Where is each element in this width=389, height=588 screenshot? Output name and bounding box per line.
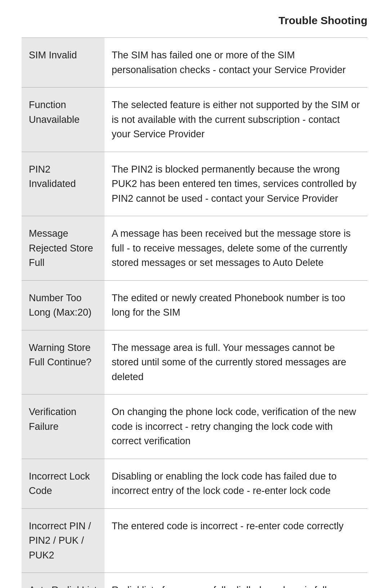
table-container: SIM InvalidThe SIM has failed one or mor…	[0, 34, 389, 588]
table-row: PIN2 InvalidatedThe PIN2 is blocked perm…	[22, 152, 367, 216]
description-cell: On changing the phone lock code, verific…	[104, 395, 367, 459]
table-row: SIM InvalidThe SIM has failed one or mor…	[22, 38, 367, 88]
term-cell: Verification Failure	[22, 395, 104, 459]
description-cell: Disabling or enabling the lock code has …	[104, 459, 367, 508]
table-row: Message Rejected Store FullA message has…	[22, 216, 367, 281]
term-cell: Function Unavailable	[22, 88, 104, 152]
term-cell: PIN2 Invalidated	[22, 152, 104, 216]
table-row: Incorrect Lock CodeDisabling or enabling…	[22, 459, 367, 508]
description-cell: The selected feature is either not suppo…	[104, 88, 367, 152]
table-row: Verification FailureOn changing the phon…	[22, 395, 367, 459]
table-row: Auto Redial List FullRedial list of unsu…	[22, 573, 367, 588]
term-cell: SIM Invalid	[22, 38, 104, 88]
description-cell: The entered code is incorrect - re-enter…	[104, 508, 367, 573]
trouble-table: SIM InvalidThe SIM has failed one or mor…	[22, 37, 367, 588]
table-row: Function UnavailableThe selected feature…	[22, 88, 367, 152]
term-cell: Message Rejected Store Full	[22, 216, 104, 281]
table-row: Incorrect PIN / PIN2 / PUK / PUK2The ent…	[22, 508, 367, 573]
table-row: Warning Store Full Continue?The message …	[22, 330, 367, 395]
description-cell: The message area is full. Your messages …	[104, 330, 367, 395]
term-cell: Incorrect PIN / PIN2 / PUK / PUK2	[22, 508, 104, 573]
term-cell: Auto Redial List Full	[22, 573, 104, 588]
description-cell: The edited or newly created Phonebook nu…	[104, 280, 367, 330]
description-cell: The SIM has failed one or more of the SI…	[104, 38, 367, 88]
term-cell: Warning Store Full Continue?	[22, 330, 104, 395]
term-cell: Incorrect Lock Code	[22, 459, 104, 508]
description-cell: The PIN2 is blocked permanently because …	[104, 152, 367, 216]
page-header: Trouble Shooting	[0, 0, 389, 34]
page-title: Trouble Shooting	[278, 14, 367, 26]
term-cell: Number Too Long (Max:20)	[22, 280, 104, 330]
table-row: Number Too Long (Max:20)The edited or ne…	[22, 280, 367, 330]
description-cell: A message has been received but the mess…	[104, 216, 367, 281]
description-cell: Redial list of unsuccessfully dialled nu…	[104, 573, 367, 588]
